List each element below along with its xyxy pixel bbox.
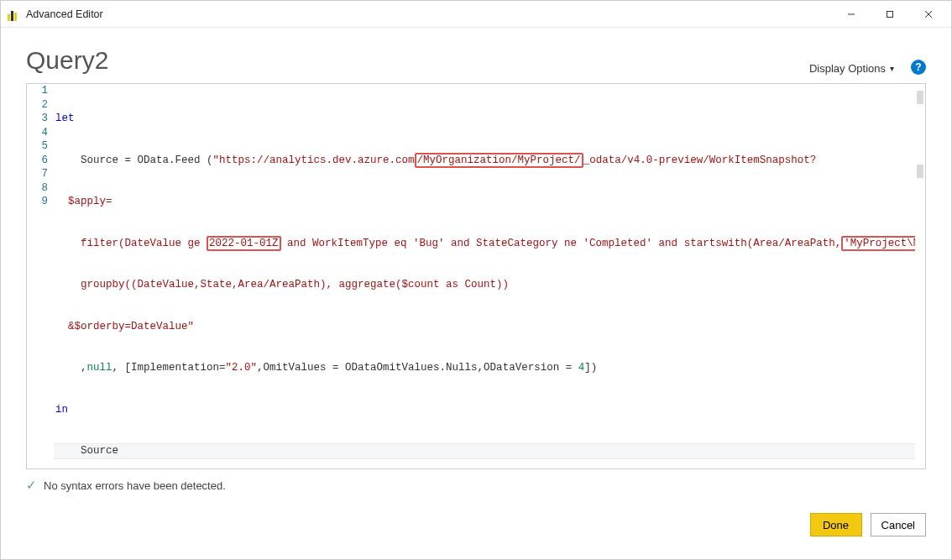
done-button[interactable]: Done [810, 513, 862, 536]
svg-rect-1 [887, 11, 893, 17]
titlebar: Advanced Editor [1, 1, 951, 28]
scroll-overview[interactable] [915, 84, 925, 468]
code-line: groupby((DateValue,State,Area/AreaPath),… [54, 278, 925, 292]
check-icon: ✓ [26, 478, 37, 493]
query-header: Query2 Display Options ▾ ? [1, 28, 951, 83]
scroll-marker [917, 91, 923, 104]
display-options-label: Display Options [809, 62, 886, 75]
scroll-marker [917, 165, 923, 178]
code-editor[interactable]: 1 2 3 4 5 6 7 8 9 let Source = OData.Fee… [26, 83, 926, 469]
display-options-dropdown[interactable]: Display Options ▾ [809, 62, 894, 75]
code-line-current: Source [54, 444, 925, 458]
minimize-button[interactable] [832, 2, 871, 27]
code-line: ,null, [Implementation="2.0",OmitValues … [54, 361, 925, 375]
syntax-status: ✓ No syntax errors have been detected. [1, 469, 951, 493]
code-line: filter(DateValue ge 2022-01-01Z and Work… [54, 237, 925, 251]
code-content[interactable]: let Source = OData.Feed ("https://analyt… [54, 84, 925, 468]
line-gutter: 1 2 3 4 5 6 7 8 9 [27, 84, 54, 468]
syntax-status-text: No syntax errors have been detected. [44, 479, 226, 492]
powerbi-app-icon [8, 8, 21, 21]
chevron-down-icon: ▾ [890, 64, 894, 73]
highlight-org-project: /MyOrganization/MyProject/ [415, 153, 583, 168]
highlight-areapath: 'MyProject\MyAreaPath'))/ [841, 236, 925, 251]
cancel-button[interactable]: Cancel [871, 513, 926, 536]
highlight-date: 2022-01-01Z [207, 236, 281, 251]
code-line: Source = OData.Feed ("https://analytics.… [54, 154, 925, 168]
code-line: &$orderby=DateValue" [54, 320, 925, 334]
query-name: Query2 [26, 46, 809, 75]
button-bar: Done Cancel [1, 493, 951, 550]
code-line: let [54, 112, 925, 126]
code-line: $apply= [54, 195, 925, 209]
help-icon[interactable]: ? [911, 60, 926, 75]
maximize-button[interactable] [871, 2, 909, 27]
close-button[interactable] [909, 2, 948, 27]
window-title: Advanced Editor [26, 8, 832, 20]
code-line: in [54, 403, 925, 417]
